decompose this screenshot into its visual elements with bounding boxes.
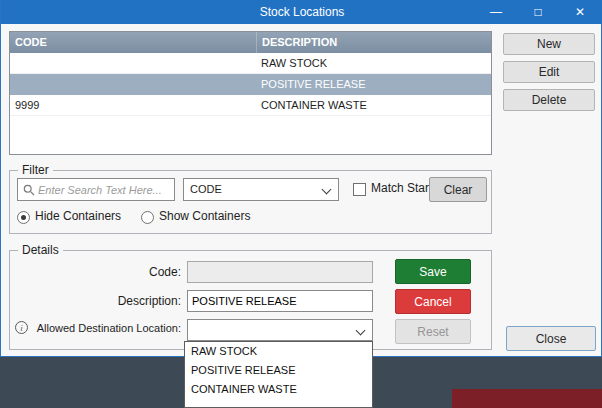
cell-description: POSITIVE RELEASE (256, 74, 491, 94)
stock-locations-grid: CODE DESCRIPTION RAW STOCK POSITIVE RELE… (9, 31, 492, 155)
cell-description: RAW STOCK (256, 53, 491, 73)
match-start-label: Match Start (371, 181, 432, 195)
filter-field-value: CODE (190, 183, 222, 195)
search-input[interactable] (38, 180, 173, 199)
titlebar[interactable]: Stock Locations — □ ✕ (1, 0, 602, 24)
cancel-button[interactable]: Cancel (395, 289, 471, 314)
table-row-selected[interactable]: POSITIVE RELEASE (10, 74, 491, 95)
dropdown-item[interactable]: CONTAINER WASTE (185, 380, 372, 399)
dropdown-item[interactable]: POSITIVE RELEASE (185, 361, 372, 380)
table-row[interactable]: RAW STOCK (10, 53, 491, 74)
cell-code: 9999 (10, 95, 256, 115)
filter-field-dropdown[interactable]: CODE (183, 178, 339, 201)
cell-code (10, 74, 256, 94)
show-containers-label: Show Containers (159, 209, 250, 223)
search-box (17, 178, 175, 201)
delete-button[interactable]: Delete (503, 89, 595, 111)
chevron-down-icon (322, 185, 332, 195)
details-legend: Details (18, 243, 63, 257)
cell-description: CONTAINER WASTE (256, 95, 491, 115)
show-containers-radio[interactable] (141, 211, 154, 224)
column-header-code[interactable]: CODE (10, 32, 256, 53)
info-icon: i (15, 321, 28, 334)
hide-containers-label: Hide Containers (35, 209, 121, 223)
description-field[interactable] (187, 290, 373, 312)
clear-button[interactable]: Clear (429, 177, 487, 202)
filter-legend: Filter (18, 163, 53, 177)
dropdown-item[interactable]: RAW STOCK (185, 342, 372, 361)
window-controls: — □ ✕ (475, 0, 601, 24)
edit-button[interactable]: Edit (503, 61, 595, 83)
allowed-destination-label: Allowed Destination Location: (37, 322, 181, 334)
description-label: Description: (118, 294, 181, 308)
destination-dropdown-popup: RAW STOCK POSITIVE RELEASE CONTAINER WAS… (184, 341, 373, 408)
save-button[interactable]: Save (395, 259, 471, 284)
allowed-destination-dropdown[interactable] (187, 319, 373, 341)
code-field[interactable] (187, 261, 373, 283)
reset-button[interactable]: Reset (395, 319, 471, 344)
minimize-icon[interactable]: — (475, 0, 517, 24)
code-label: Code: (149, 265, 181, 279)
grid-header: CODE DESCRIPTION (10, 32, 491, 53)
maximize-icon[interactable]: □ (517, 0, 559, 24)
close-button[interactable]: Close (506, 326, 596, 351)
chevron-down-icon (356, 326, 366, 336)
column-header-description[interactable]: DESCRIPTION (256, 32, 491, 53)
search-icon (23, 184, 35, 196)
background-red-banner (452, 389, 602, 408)
new-button[interactable]: New (503, 33, 595, 55)
cell-code (10, 53, 256, 73)
table-row[interactable]: 9999 CONTAINER WASTE (10, 95, 491, 116)
close-icon[interactable]: ✕ (559, 0, 601, 24)
match-start-checkbox[interactable] (353, 183, 366, 196)
hide-containers-radio[interactable] (17, 211, 30, 224)
stock-locations-dialog: Stock Locations — □ ✕ CODE DESCRIPTION R… (0, 0, 602, 357)
